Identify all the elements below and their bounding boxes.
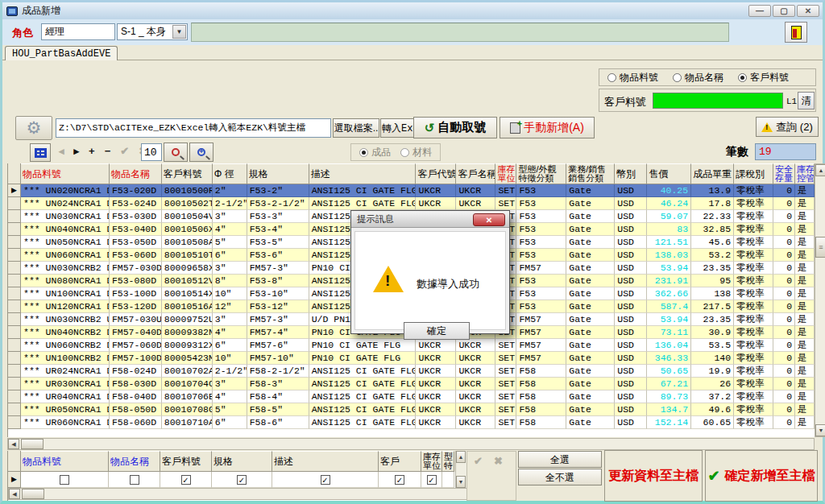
cell-name[interactable]: F58-030D xyxy=(110,378,162,390)
cell-part_no[interactable]: *** UN040NCRB2 D xyxy=(21,326,110,339)
exit-button[interactable] xyxy=(785,22,807,43)
bottom-scroll-left-icon[interactable]: ◀ xyxy=(9,489,20,499)
cell-price[interactable]: 587.4 xyxy=(647,300,691,313)
bottom-column-header[interactable]: 物品料號 xyxy=(21,451,109,472)
cell-safety[interactable]: 0 xyxy=(773,223,795,236)
cell-part_no[interactable]: *** UN040NCRA1 D xyxy=(21,223,110,236)
cell-shape[interactable]: FM57 xyxy=(516,339,566,352)
cell-spec[interactable]: F58-4" xyxy=(247,390,309,403)
cell-price[interactable]: 152.14 xyxy=(647,416,691,429)
cell-dia[interactable]: 2" xyxy=(213,184,247,197)
cell-desc[interactable]: PN10 CI GATE FLG xyxy=(309,339,417,352)
column-header-sales[interactable]: 業務/銷售銷售分類 xyxy=(566,163,615,184)
cell-tax[interactable]: 零稅率 xyxy=(734,390,773,403)
cell-tax[interactable]: 零稅率 xyxy=(734,262,773,275)
cell-tax[interactable]: 零稅率 xyxy=(734,275,773,287)
cell-shape[interactable]: F58 xyxy=(516,378,566,390)
cell-tax[interactable]: 零稅率 xyxy=(734,287,773,300)
cell-name[interactable]: F58-040D xyxy=(110,390,162,403)
cell-curr[interactable]: USD xyxy=(615,210,647,223)
cell-shape[interactable]: F53 xyxy=(516,210,566,223)
cell-sales[interactable]: Gate xyxy=(566,365,615,378)
cell-cust_code[interactable]: UKCR xyxy=(416,197,456,210)
cell-dia[interactable]: 4" xyxy=(213,390,247,403)
cell-dia[interactable]: 2-1/2" xyxy=(213,365,247,378)
table-row[interactable]: *** UR060NCRA1 DF58-060D80010710A6"F58-6… xyxy=(8,416,815,429)
cell-sales[interactable]: Gate xyxy=(566,184,615,197)
cell-cust_code[interactable]: UKCR xyxy=(416,365,456,378)
cell-cust_no[interactable]: 80010708G xyxy=(162,403,213,416)
column-header-cust_no[interactable]: 客戶料號 xyxy=(162,163,213,184)
cell-cust_code[interactable]: UKCR xyxy=(416,416,456,429)
cell-weight[interactable]: 138 xyxy=(691,287,734,300)
cell-unit[interactable]: SET xyxy=(495,339,516,352)
cell-part_no[interactable]: *** UN060NCRB2 D xyxy=(21,339,110,352)
cell-cust_name[interactable]: UKCR xyxy=(456,339,495,352)
cell-name[interactable]: FM57-030D xyxy=(110,262,162,275)
cell-spec[interactable]: F53-6" xyxy=(247,249,309,262)
cell-dia[interactable]: 10" xyxy=(213,287,247,300)
cell-price[interactable]: 134.7 xyxy=(647,403,691,416)
cell-tax[interactable]: 零稅率 xyxy=(734,339,773,352)
cell-shape[interactable]: F53 xyxy=(516,287,566,300)
cell-cust_name[interactable]: UKCR xyxy=(456,378,495,390)
cell-unit[interactable]: SET xyxy=(495,378,516,390)
cell-desc[interactable]: ANSI125 CI GATE FLG xyxy=(309,416,417,429)
cell-safety[interactable]: 0 xyxy=(773,236,795,249)
cell-dia[interactable]: 5" xyxy=(213,403,247,416)
update-to-master-button[interactable]: 更新資料至主檔 xyxy=(604,450,703,502)
cell-shape[interactable]: F58 xyxy=(516,403,566,416)
search-button[interactable] xyxy=(164,143,188,162)
select-none-button[interactable]: 全不選 xyxy=(518,469,602,485)
cell-cust_code[interactable]: UKCR xyxy=(416,184,456,197)
cell-cust_no[interactable]: 80010510T xyxy=(162,249,213,262)
cell-sales[interactable]: Gate xyxy=(566,210,615,223)
column-checkbox[interactable]: ✓ xyxy=(395,475,404,485)
cell-tax[interactable]: 零稅率 xyxy=(734,313,773,326)
cell-part_no[interactable]: *** UN060NCRA1 D xyxy=(21,249,110,262)
dialog-close-button[interactable]: ✕ xyxy=(473,213,505,226)
cell-price[interactable]: 346.33 xyxy=(647,352,691,365)
cell-cust_name[interactable]: UKCR xyxy=(456,197,495,210)
confirm-add-to-master-button[interactable]: ✔ 確定新增至主檔 xyxy=(705,450,818,502)
scroll-left-icon[interactable]: ◀ xyxy=(8,439,19,449)
cell-name[interactable]: FM57-060D xyxy=(110,339,162,352)
radio-客戶料號[interactable]: 客戶料號 xyxy=(738,71,789,85)
cell-tax[interactable]: 零稅率 xyxy=(734,300,773,313)
cell-cust_no[interactable]: 80010512V xyxy=(162,275,213,287)
cell-sales[interactable]: Gate xyxy=(566,275,615,287)
cell-dia[interactable]: 3" xyxy=(213,313,247,326)
column-header-shape[interactable]: 型態/外觀特徵分類 xyxy=(516,163,566,184)
cell-name[interactable]: F58-060D xyxy=(110,416,162,429)
cell-safety[interactable]: 0 xyxy=(773,390,795,403)
cell-unit[interactable]: SET xyxy=(495,390,516,403)
maximize-button[interactable]: ▢ xyxy=(773,5,795,17)
nav-insert-icon[interactable]: + xyxy=(89,145,95,157)
cell-ctrl[interactable]: 是 xyxy=(795,197,815,210)
nav-post-icon[interactable]: ✔ xyxy=(120,145,129,157)
cell-safety[interactable]: 0 xyxy=(773,210,795,223)
scroll-down-icon[interactable]: ▼ xyxy=(815,424,825,436)
cell-curr[interactable]: USD xyxy=(615,416,647,429)
cell-cust_code[interactable]: UKCR xyxy=(416,403,456,416)
hscrollbar-thumb[interactable] xyxy=(21,439,44,449)
cell-ctrl[interactable]: 是 xyxy=(795,287,815,300)
cell-curr[interactable]: USD xyxy=(615,365,647,378)
scroll-up-icon[interactable]: ▲ xyxy=(815,164,825,176)
grid-view-button[interactable] xyxy=(30,143,51,162)
column-checkbox[interactable] xyxy=(130,475,139,485)
cell-name[interactable]: F53-024D xyxy=(110,197,162,210)
cell-tax[interactable]: 零稅率 xyxy=(734,197,773,210)
cell-ctrl[interactable]: 是 xyxy=(795,262,815,275)
cell-cust_no[interactable]: 80010500R xyxy=(162,184,213,197)
cell-dia[interactable]: 6" xyxy=(213,339,247,352)
column-header-price[interactable]: 售價 xyxy=(647,163,691,184)
cell-tax[interactable]: 零稅率 xyxy=(734,365,773,378)
cell-dia[interactable]: 4" xyxy=(213,223,247,236)
cell-part_no[interactable]: *** UR060NCRA1 D xyxy=(21,416,110,429)
cell-ctrl[interactable]: 是 xyxy=(795,236,815,249)
cell-sales[interactable]: Gate xyxy=(566,236,615,249)
cell-curr[interactable]: USD xyxy=(615,287,647,300)
chevron-down-icon[interactable]: ▼ xyxy=(172,25,186,39)
column-header-tax[interactable]: 課稅別 xyxy=(734,163,773,184)
